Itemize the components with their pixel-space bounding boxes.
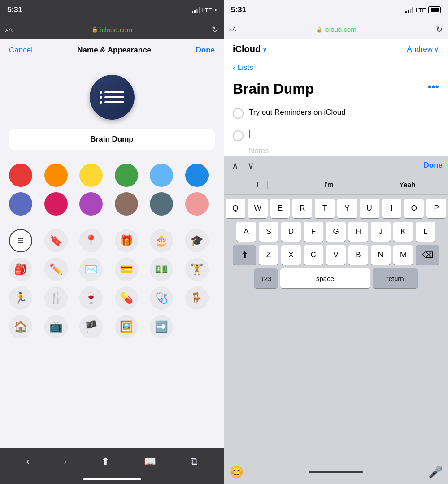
key-C[interactable]: C [304, 245, 323, 265]
autocomplete-word-0[interactable]: I [248, 181, 268, 189]
color-orange[interactable] [44, 164, 68, 187]
key-B[interactable]: B [348, 245, 368, 265]
icon-backpack[interactable]: 🎒 [9, 258, 32, 281]
user-menu-button[interactable]: Andrew ∨ [407, 44, 439, 54]
emoji-button[interactable]: 😊 [229, 465, 244, 479]
cursor-input[interactable] [249, 130, 250, 141]
icon-pencil[interactable]: ✏️ [44, 258, 68, 281]
icon-fork-knife[interactable]: 🍴 [44, 286, 68, 310]
icon-flag[interactable]: 🏴 [79, 315, 103, 338]
color-lavender[interactable] [79, 192, 103, 216]
icon-gift[interactable]: 🎁 [115, 229, 138, 252]
autocomplete-word-2[interactable]: Yeah [390, 181, 424, 189]
space-key[interactable]: space [280, 268, 370, 288]
key-R[interactable]: R [292, 199, 312, 218]
new-item-checkbox[interactable] [233, 130, 244, 141]
key-L[interactable]: L [416, 222, 435, 242]
color-brown[interactable] [115, 192, 138, 216]
done-button[interactable]: Done [196, 46, 215, 55]
left-url-container[interactable]: 🔒 icloud.com [16, 26, 208, 34]
key-U[interactable]: U [360, 199, 379, 218]
shift-key[interactable]: ⬆ [233, 245, 256, 265]
color-green[interactable] [115, 164, 138, 187]
icon-money[interactable]: 💵 [150, 258, 173, 281]
app-title[interactable]: iCloud ∨ [233, 44, 267, 54]
icon-graduation[interactable]: 🎓 [185, 229, 209, 252]
list-icon-circle[interactable] [90, 75, 135, 120]
icon-pin[interactable]: 📍 [79, 229, 103, 252]
share-icon[interactable]: ⬆ [101, 456, 109, 467]
right-refresh-icon[interactable]: ↻ [436, 25, 443, 35]
key-V[interactable]: V [326, 245, 346, 265]
key-X[interactable]: X [281, 245, 301, 265]
icon-stethoscope[interactable]: 🩺 [150, 286, 173, 310]
key-F[interactable]: F [304, 222, 323, 242]
key-E[interactable]: E [270, 199, 290, 218]
key-Y[interactable]: Y [337, 199, 357, 218]
icon-credit-card[interactable]: 💳 [115, 258, 138, 281]
icon-chair[interactable]: 🪑 [185, 286, 209, 310]
autocomplete-word-1[interactable]: I'm [315, 181, 343, 189]
key-K[interactable]: K [393, 222, 413, 242]
key-N[interactable]: N [371, 245, 391, 265]
new-item-line [224, 124, 448, 147]
right-aa-label[interactable]: A A [229, 26, 236, 33]
tabs-icon[interactable]: ⧉ [191, 456, 198, 467]
key-M[interactable]: M [393, 245, 413, 265]
key-G[interactable]: G [326, 222, 346, 242]
delete-key[interactable]: ⌫ [416, 245, 439, 265]
reminder-text: Try out Reminders on iCloud [249, 107, 346, 118]
color-red[interactable] [9, 164, 32, 187]
color-slate[interactable] [150, 192, 173, 216]
reminder-checkbox[interactable] [233, 108, 244, 119]
color-light-blue[interactable] [150, 164, 173, 187]
key-P[interactable]: P [426, 199, 446, 218]
key-J[interactable]: J [371, 222, 391, 242]
more-options-button[interactable]: ••• [428, 81, 439, 93]
icon-dumbbell[interactable]: 🏋 [185, 258, 209, 281]
icon-pill[interactable]: 💊 [115, 286, 138, 310]
left-aa-label[interactable]: A A [5, 26, 13, 33]
mic-button[interactable]: 🎤 [428, 465, 443, 479]
key-S[interactable]: S [259, 222, 278, 242]
keyboard-done-button[interactable]: Done [424, 161, 443, 170]
icon-runner[interactable]: 🏃 [9, 286, 32, 310]
color-yellow[interactable] [79, 164, 103, 187]
key-Q[interactable]: Q [226, 199, 245, 218]
return-key[interactable]: return [373, 268, 418, 288]
num-key[interactable]: 123 [254, 268, 278, 288]
back-to-lists-button[interactable]: ‹ Lists [224, 59, 448, 76]
right-url-container[interactable]: 🔒 icloud.com [240, 26, 432, 33]
color-pink[interactable] [44, 192, 68, 216]
key-Z[interactable]: Z [259, 245, 278, 265]
keyboard-row-4: 123 space return [226, 268, 446, 288]
icon-list[interactable]: ≡ [9, 229, 32, 252]
color-blue[interactable] [185, 164, 209, 187]
key-W[interactable]: W [248, 199, 268, 218]
list-name-input[interactable] [16, 135, 208, 144]
back-nav-icon[interactable]: ‹ [26, 456, 29, 467]
bookmarks-icon[interactable]: 📖 [144, 456, 156, 467]
icon-house[interactable]: 🏠 [9, 315, 32, 338]
icon-tv[interactable]: 📺 [44, 315, 68, 338]
arrow-down-button[interactable]: ∨ [245, 158, 257, 173]
icon-envelope[interactable]: ✉️ [79, 258, 103, 281]
key-I[interactable]: I [382, 199, 402, 218]
key-D[interactable]: D [281, 222, 301, 242]
left-refresh-icon[interactable]: ↻ [212, 25, 218, 35]
icon-cake[interactable]: 🎂 [150, 229, 173, 252]
left-panel: 5:31 LTE ▪️ A A 🔒 icloud.com ↻ Cancel Na… [0, 0, 224, 484]
arrow-up-button[interactable]: ∧ [229, 158, 241, 173]
key-H[interactable]: H [348, 222, 368, 242]
color-purple[interactable] [9, 192, 32, 216]
color-rose[interactable] [185, 192, 209, 216]
key-T[interactable]: T [315, 199, 335, 218]
key-O[interactable]: O [404, 199, 424, 218]
icon-wine[interactable]: 🍷 [79, 286, 103, 310]
forward-nav-icon[interactable]: › [64, 456, 67, 467]
icon-photo[interactable]: 🖼️ [115, 315, 138, 338]
key-A[interactable]: A [236, 222, 256, 242]
icon-arrow[interactable]: ➡️ [150, 315, 173, 338]
icon-bookmark[interactable]: 🔖 [44, 229, 68, 252]
cancel-button[interactable]: Cancel [9, 46, 33, 55]
